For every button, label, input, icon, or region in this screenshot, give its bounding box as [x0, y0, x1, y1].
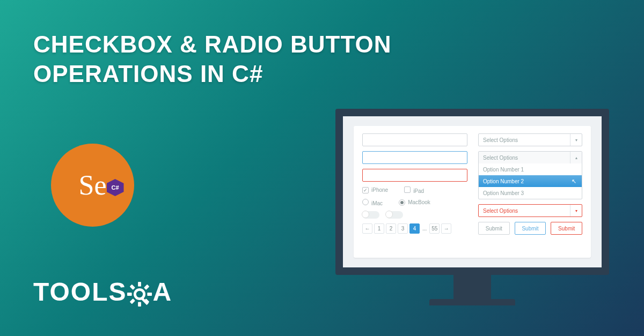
select-default[interactable]: Select Options ▾ [478, 133, 582, 146]
pagination: ← 1 2 3 4 ... 55 → [362, 223, 467, 234]
radio-imac[interactable]: iMac [362, 199, 383, 206]
csharp-icon: C# [107, 179, 124, 196]
pager-next[interactable]: → [441, 223, 451, 234]
chevron-down-icon: ▾ [570, 205, 582, 216]
svg-rect-7 [130, 284, 135, 289]
title-line-1: CHECKBOX & RADIO BUTTON [33, 29, 392, 59]
pager-ellipsis: ... [421, 226, 428, 232]
select-option-2[interactable]: Option Number 2 ↖ [479, 175, 582, 187]
radio-macbook[interactable]: MacBook [399, 199, 430, 206]
selenium-badge: Se C# [51, 144, 134, 227]
monitor-base [429, 299, 515, 305]
button-row: Submit Submit Submit [478, 222, 582, 235]
screen: iPhone iPad iMac MacBook ← 1 2 3 4 [335, 109, 609, 275]
svg-rect-6 [130, 298, 135, 304]
logo-part-1: TOOLS [33, 277, 127, 307]
toolsqa-logo: TOOLS A [33, 277, 172, 307]
submit-button-primary[interactable]: Submit [515, 222, 546, 235]
cursor-icon: ↖ [572, 178, 576, 185]
select-header[interactable]: Select Options ▴ [479, 152, 582, 163]
submit-button-danger[interactable]: Submit [551, 222, 582, 235]
page-title: CHECKBOX & RADIO BUTTON OPERATIONS IN C# [33, 29, 392, 88]
pager-last[interactable]: 55 [429, 223, 440, 234]
form-card: iPhone iPad iMac MacBook ← 1 2 3 4 [354, 126, 591, 258]
select-open[interactable]: Select Options ▴ Option Number 1 Option … [478, 151, 582, 199]
submit-button-default[interactable]: Submit [478, 222, 510, 235]
checkbox-icon [362, 187, 369, 193]
checkbox-iphone[interactable]: iPhone [362, 187, 388, 193]
pager-page-2[interactable]: 2 [386, 223, 396, 234]
text-input-focus[interactable] [362, 151, 467, 164]
logo-part-2: A [152, 277, 172, 307]
checkbox-row: iPhone iPad [362, 186, 467, 194]
pager-prev[interactable]: ← [362, 223, 372, 234]
chevron-down-icon: ▾ [570, 134, 582, 146]
chevron-up-icon: ▴ [570, 152, 582, 163]
title-line-2: OPERATIONS IN C# [33, 59, 392, 88]
select-option-3[interactable]: Option Number 3 [479, 187, 582, 199]
select-error[interactable]: Select Options ▾ [478, 204, 582, 217]
toggle-2[interactable] [386, 211, 403, 219]
svg-rect-1 [138, 281, 142, 286]
pager-page-3[interactable]: 3 [398, 223, 408, 234]
monitor-stand [453, 275, 491, 299]
select-option-1[interactable]: Option Number 1 [479, 163, 582, 175]
svg-rect-5 [144, 284, 150, 289]
pager-page-4[interactable]: 4 [409, 223, 420, 234]
pager-page-1[interactable]: 1 [374, 223, 384, 234]
checkbox-icon [404, 186, 411, 193]
radio-icon [362, 199, 369, 205]
radio-row: iMac MacBook [362, 199, 467, 206]
radio-icon [399, 199, 405, 206]
toggle-1[interactable] [362, 211, 379, 219]
text-input-default[interactable] [362, 133, 467, 146]
monitor-illustration: iPhone iPad iMac MacBook ← 1 2 3 4 [335, 109, 609, 312]
text-input-error[interactable] [362, 169, 467, 182]
checkbox-ipad[interactable]: iPad [404, 186, 424, 194]
svg-rect-4 [148, 293, 152, 296]
gear-icon [127, 281, 152, 307]
selenium-text: Se C# [79, 169, 107, 201]
svg-rect-2 [138, 302, 142, 307]
svg-rect-3 [127, 293, 132, 296]
toggle-row [362, 211, 467, 219]
